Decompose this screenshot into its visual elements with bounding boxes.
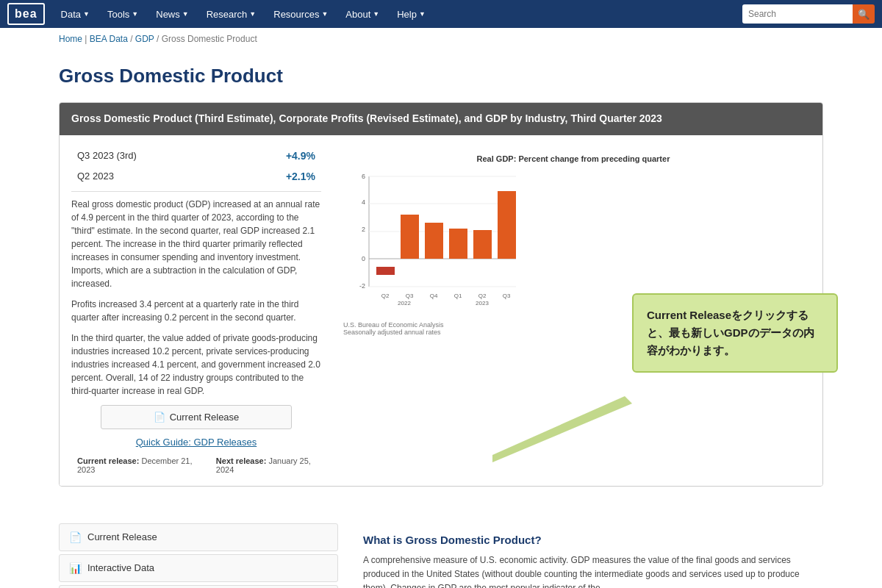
description-3: In the third quarter, the value added of… [71, 331, 321, 398]
nav-data[interactable]: Data ▼ [54, 4, 97, 24]
q3-value: +4.9% [286, 150, 315, 162]
gdp-chart: 6 4 2 0 -2 [343, 169, 520, 316]
bar-q3-2023 [498, 191, 516, 259]
what-is-box: What is Gross Domestic Product? A compre… [353, 523, 823, 588]
link-current-release[interactable]: 📄 Current Release [59, 523, 338, 551]
nav-research[interactable]: Research ▼ [199, 4, 264, 24]
svg-text:2023: 2023 [476, 300, 489, 306]
search-area: 🔍 [742, 4, 875, 24]
bar-q2-2023 [473, 230, 492, 259]
quick-guide-link[interactable]: Quick Guide: GDP Releases [71, 437, 321, 448]
search-input[interactable] [742, 4, 853, 24]
card-header: Gross Domestic Product (Third Estimate),… [60, 103, 822, 135]
what-is-text: A comprehensive measure of U.S. economic… [363, 553, 813, 588]
what-is-title: What is Gross Domestic Product? [363, 534, 813, 546]
svg-text:Q1: Q1 [454, 293, 462, 299]
svg-text:6: 6 [362, 173, 365, 180]
nav-about[interactable]: About ▼ [338, 4, 387, 24]
breadcrumb: Home | BEA Data / GDP / Gross Domestic P… [0, 28, 882, 50]
current-release-label: Current Release [170, 412, 240, 423]
current-release-link-icon: 📄 [68, 531, 82, 543]
current-release-icon: 📄 [154, 412, 165, 423]
bottom-area: 📄 Current Release 📊 Interactive Data ⊕ S… [0, 523, 882, 588]
current-release-button[interactable]: 📄 Current Release [101, 405, 292, 429]
bar-q4-2022 [425, 223, 443, 259]
help-arrow-icon: ▼ [419, 10, 426, 18]
nav-help[interactable]: Help ▼ [390, 4, 433, 24]
tools-arrow-icon: ▼ [132, 10, 138, 18]
release-dates: Current release: December 21, 2023 Next … [71, 456, 321, 474]
research-arrow-icon: ▼ [249, 10, 256, 18]
svg-text:Q2: Q2 [478, 293, 487, 299]
bea-logo[interactable]: bea [7, 3, 45, 25]
description-1: Real gross domestic product (GDP) increa… [71, 198, 321, 290]
svg-text:0: 0 [362, 255, 365, 262]
svg-text:-2: -2 [359, 282, 365, 290]
resources-arrow-icon: ▼ [321, 10, 328, 18]
nav-news[interactable]: News ▼ [148, 4, 196, 24]
current-release-info: Current release: December 21, 2023 [77, 456, 194, 474]
bar-q1-2023 [449, 229, 467, 259]
svg-text:Q3: Q3 [406, 293, 414, 299]
page-title: Gross Domestic Product [59, 65, 823, 87]
card-left: Q3 2023 (3rd) +4.9% Q2 2023 +2.1% Real g… [71, 147, 321, 474]
divider [71, 191, 321, 192]
stat-row-q3: Q3 2023 (3rd) +4.9% [71, 147, 321, 165]
svg-text:Q2: Q2 [381, 293, 390, 299]
nav-resources[interactable]: Resources ▼ [266, 4, 335, 24]
current-release-link-label: Current Release [87, 531, 157, 542]
description-2: Profits increased 3.4 percent at a quart… [71, 298, 321, 324]
bar-q2-2022 [376, 267, 395, 275]
stat-row-q2: Q2 2023 +2.1% [71, 168, 321, 185]
q3-label: Q3 2023 (3rd) [77, 150, 137, 161]
tooltip-box: Current Releaseをクリックすると、最も新しいGDPのデータの内容が… [632, 293, 838, 373]
content-area: Gross Domestic Product Gross Domestic Pr… [0, 50, 882, 523]
breadcrumb-bea-data[interactable]: BEA Data [90, 34, 128, 44]
interactive-data-icon: 📊 [68, 562, 82, 574]
link-interactive-data[interactable]: 📊 Interactive Data [59, 554, 338, 582]
breadcrumb-home[interactable]: Home [59, 34, 82, 44]
search-button[interactable]: 🔍 [853, 4, 875, 24]
next-release-info: Next release: January 25, 2024 [216, 456, 315, 474]
sidebar-links: 📄 Current Release 📊 Interactive Data ⊕ S… [59, 523, 338, 588]
svg-text:2: 2 [362, 226, 365, 233]
nav-tools[interactable]: Tools ▼ [100, 4, 146, 24]
breadcrumb-gdp[interactable]: GDP [135, 34, 154, 44]
data-arrow-icon: ▼ [83, 10, 90, 18]
about-arrow-icon: ▼ [373, 10, 379, 18]
tooltip-text: Current Releaseをクリックすると、最も新しいGDPのデータの内容が… [647, 309, 814, 356]
next-release-label: Next release: [216, 456, 267, 465]
link-supplemental[interactable]: ⊕ Supplemental Information & Additional … [59, 585, 338, 588]
svg-text:Q4: Q4 [430, 293, 438, 299]
news-arrow-icon: ▼ [182, 10, 189, 18]
svg-text:2022: 2022 [398, 300, 411, 306]
svg-text:Q3: Q3 [503, 293, 511, 299]
q2-label: Q2 2023 [77, 171, 114, 182]
interactive-data-label: Interactive Data [87, 562, 154, 573]
svg-text:4: 4 [362, 198, 365, 206]
current-release-date-label: Current release: [77, 456, 139, 465]
q2-value: +2.1% [286, 171, 315, 182]
breadcrumb-current: Gross Domestic Product [162, 34, 257, 44]
navbar: bea Data ▼ Tools ▼ News ▼ Research ▼ Res… [0, 0, 882, 28]
chart-title: Real GDP: Percent change from preceding … [343, 154, 803, 163]
bar-q3-2022 [401, 215, 419, 259]
